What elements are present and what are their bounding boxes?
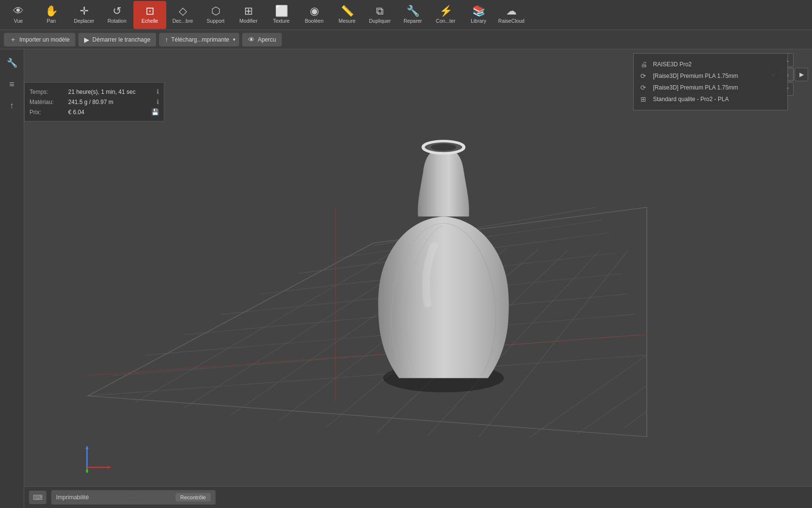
library-icon: 📚 [472, 6, 485, 16]
booleen-icon: ◉ [310, 6, 319, 16]
printer-row: 🖨 RAISE3D Pro2 [640, 59, 781, 70]
stats-panel: Temps: 21 heure(s), 1 min, 41 sec ℹ Maté… [24, 82, 164, 121]
preview-button[interactable]: 👁 Apercu [242, 33, 282, 46]
tool-btn-decoupe[interactable]: ◇Dec...bre [166, 1, 199, 29]
deplacer-icon: ✛ [80, 6, 88, 16]
tool-btn-library[interactable]: 📚Library [462, 1, 495, 29]
tool-btn-texture[interactable]: ⬜Texture [265, 1, 298, 29]
support-icon: ⬡ [211, 6, 220, 16]
tool-btn-echelle[interactable]: ⊡Echelle [133, 1, 166, 29]
info-icon-2[interactable]: ℹ [157, 98, 159, 105]
dupliquer-icon: ⧉ [376, 6, 384, 16]
keyboard-icon-btn[interactable]: ⌨ [29, 491, 46, 504]
tool-btn-connecter[interactable]: ⚡Con...ter [429, 1, 462, 29]
eye-icon: 👁 [248, 36, 255, 44]
time-stat-row: Temps: 21 heure(s), 1 min, 41 sec ℹ [29, 87, 159, 97]
decoupe-icon: ◇ [179, 6, 187, 16]
list-icon-btn[interactable]: ≡ [3, 75, 21, 93]
imprimabilite-bar: Imprimabilité · · · · · Recontrôle [51, 490, 216, 505]
svg-marker-31 [86, 470, 88, 474]
svg-point-27 [431, 144, 456, 151]
printer-icon: 🖨 [640, 60, 649, 68]
upload-icon: ↑ [165, 36, 168, 44]
mesure-icon: 📏 [341, 6, 354, 16]
play-icon: ▶ [84, 36, 89, 44]
reparer-icon: 🔧 [406, 6, 420, 16]
modifier-icon: ⊞ [244, 6, 253, 16]
texture-icon: ⬜ [275, 6, 288, 16]
action-bar: ＋ Importer un modèle ▶ Démarrer le tranc… [0, 30, 812, 49]
tool-btn-deplacer[interactable]: ✛Deplacer [68, 1, 101, 29]
tool-btn-rotation[interactable]: ↺Rotation [101, 1, 133, 29]
material-stat-row: Matériau: 241.5 g / 80.97 m ℹ [29, 97, 159, 107]
viewport[interactable]: Temps: 21 heure(s), 1 min, 41 sec ℹ Maté… [24, 49, 812, 508]
connecter-icon: ⚡ [439, 6, 452, 16]
main-toolbar: 👁Vue✋Pan✛Deplacer↺Rotation⊡Echelle◇Dec..… [0, 0, 812, 30]
chevron-down-icon: ▾ [233, 37, 235, 42]
tool-btn-booleen[interactable]: ◉Booléen [298, 1, 331, 29]
start-slicing-button[interactable]: ▶ Démarrer le tranchage [78, 33, 156, 46]
settings-icon-btn[interactable]: 🔧 [3, 54, 21, 72]
main-content: 🔧 ≡ ↑ Temps: 21 heure(s), 1 min, 41 sec … [0, 49, 812, 508]
echelle-icon: ⊡ [145, 6, 154, 16]
pan-icon: ✋ [45, 6, 58, 16]
tool-btn-support[interactable]: ⬡Support [199, 1, 232, 29]
printer-info-panel: 🖨 RAISE3D Pro2 ⟳ [Raise3D] Premium PLA 1… [633, 53, 788, 110]
quality-icon: ⊞ [640, 95, 649, 103]
filament1-row: ⟳ [Raise3D] Premium PLA 1.75mm [640, 70, 781, 82]
tool-btn-vue[interactable]: 👁Vue [2, 1, 35, 29]
vue-icon: 👁 [13, 6, 24, 16]
nav-right-arrow[interactable]: ▶ [795, 68, 808, 81]
plus-icon: ＋ [10, 35, 16, 44]
tool-btn-raisecloud[interactable]: ☁RaiseCloud [495, 1, 528, 29]
tool-btn-modifier[interactable]: ⊞Modifier [232, 1, 265, 29]
filament1-icon: ⟳ [640, 72, 649, 80]
filament2-row: ⟳ [Raise3D] Premium PLA 1.75mm [640, 82, 781, 93]
upload-button[interactable]: ↑ Télécharg...mprimante ▾ [159, 33, 239, 46]
tool-btn-dupliquer[interactable]: ⧉Dupliquer [363, 1, 396, 29]
quality-row: ⊞ Standard qualite - Pro2 - PLA [640, 93, 781, 105]
raisecloud-icon: ☁ [506, 6, 517, 16]
save-icon[interactable]: 💾 [151, 108, 159, 116]
svg-marker-33 [108, 466, 111, 469]
price-stat-row: Prix: € 6.04 💾 [29, 107, 159, 117]
info-icon[interactable]: ℹ [157, 88, 159, 95]
import-button[interactable]: ＋ Importer un modèle [4, 33, 75, 46]
axis-indicator [77, 438, 116, 479]
filament2-icon: ⟳ [640, 84, 649, 91]
rotation-icon: ↺ [113, 6, 121, 16]
tool-btn-reparer[interactable]: 🔧Reparer [396, 1, 429, 29]
svg-marker-29 [86, 446, 88, 449]
left-panel: 🔧 ≡ ↑ [0, 49, 24, 508]
tool-btn-pan[interactable]: ✋Pan [35, 1, 68, 29]
bottom-bar: ⌨ Imprimabilité · · · · · Recontrôle [24, 486, 812, 508]
tool-btn-mesure[interactable]: 📏Mesure [331, 1, 363, 29]
export-icon-btn[interactable]: ↑ [3, 97, 21, 114]
recontrole-button[interactable]: Recontrôle [175, 493, 211, 502]
